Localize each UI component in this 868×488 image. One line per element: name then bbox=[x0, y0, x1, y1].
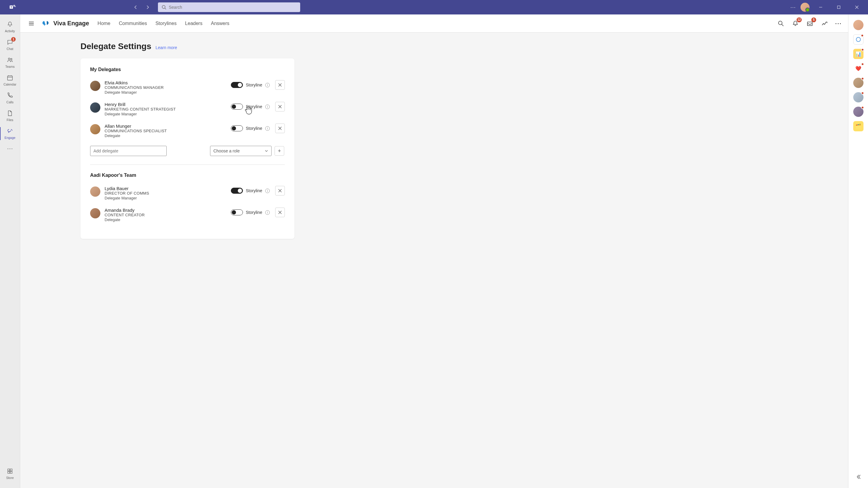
storyline-toggle[interactable] bbox=[231, 188, 243, 194]
avatar bbox=[90, 81, 100, 91]
nav-communities[interactable]: Communities bbox=[119, 21, 147, 26]
minimize-button[interactable] bbox=[814, 0, 828, 14]
rail-label: Calendar bbox=[4, 83, 17, 86]
rail-activity[interactable]: Activity bbox=[0, 18, 20, 36]
analytics-button[interactable] bbox=[820, 20, 828, 27]
app-chart[interactable]: 📊 bbox=[853, 49, 864, 59]
maximize-button[interactable] bbox=[832, 0, 846, 14]
add-delegate-input[interactable] bbox=[90, 146, 167, 156]
contact-avatar[interactable] bbox=[853, 92, 864, 102]
rail-label: Engage bbox=[4, 136, 16, 139]
add-delegate-button[interactable]: + bbox=[275, 146, 284, 156]
header-search-button[interactable] bbox=[777, 20, 785, 27]
rail-calls[interactable]: Calls bbox=[0, 89, 20, 107]
rail-label: Teams bbox=[5, 65, 15, 68]
inbox-badge: 5 bbox=[811, 18, 816, 22]
remove-delegate-button[interactable] bbox=[275, 80, 285, 90]
storyline-toggle[interactable] bbox=[231, 209, 243, 216]
rail-chat[interactable]: 1 Chat bbox=[0, 36, 20, 54]
person-name: Allan Munger bbox=[104, 124, 231, 129]
nav-home[interactable]: Home bbox=[98, 21, 111, 26]
delegate-row: Henry Brill MARKETING CONTENT STRATEGIST… bbox=[90, 99, 285, 121]
rail-files[interactable]: Files bbox=[0, 107, 20, 125]
contact-avatar[interactable] bbox=[853, 20, 864, 30]
remove-delegate-button[interactable] bbox=[275, 102, 285, 111]
learn-more-link[interactable]: Learn more bbox=[156, 45, 177, 50]
info-icon[interactable]: i bbox=[265, 83, 270, 87]
notifications-button[interactable]: 12 bbox=[792, 20, 799, 27]
person-job-title: MARKETING CONTENT STRATEGIST bbox=[104, 107, 231, 111]
avatar bbox=[90, 124, 100, 134]
collapse-rail-button[interactable] bbox=[856, 474, 861, 480]
title-bar: T ⋯ bbox=[0, 0, 868, 14]
role-select-label: Choose a role bbox=[213, 149, 240, 153]
app-tile[interactable]: 🗂️ bbox=[853, 121, 864, 131]
search-box[interactable] bbox=[158, 2, 300, 12]
svg-text:T: T bbox=[10, 6, 12, 9]
header-more-button[interactable]: ⋯ bbox=[835, 20, 842, 27]
delegate-row: Elvia Atkins COMMUNICATIONS MANAGER Dele… bbox=[90, 78, 285, 99]
store-icon bbox=[6, 467, 14, 475]
chat-icon: 1 bbox=[6, 38, 14, 46]
rail-store[interactable]: Store bbox=[0, 465, 20, 483]
delegate-row: Amanda Brady CONTENT CREATOR Delegate St… bbox=[90, 205, 285, 227]
contact-avatar[interactable] bbox=[853, 78, 864, 88]
info-icon[interactable]: i bbox=[265, 126, 270, 131]
close-window-button[interactable] bbox=[850, 0, 864, 14]
inbox-button[interactable]: 5 bbox=[806, 20, 814, 27]
choose-role-select[interactable]: Choose a role bbox=[210, 146, 272, 156]
menu-button[interactable] bbox=[28, 20, 35, 27]
person-name: Amanda Brady bbox=[104, 207, 231, 213]
title-more-button[interactable]: ⋯ bbox=[790, 4, 796, 10]
account-avatar[interactable] bbox=[801, 3, 809, 12]
svg-rect-16 bbox=[8, 469, 10, 471]
chevron-down-icon bbox=[265, 149, 268, 153]
app-favorite[interactable]: ❤️ bbox=[853, 63, 864, 73]
file-icon bbox=[6, 109, 14, 117]
app-rail: Activity 1 Chat Teams Calendar Calls Fil… bbox=[0, 14, 20, 488]
info-icon[interactable]: i bbox=[265, 210, 270, 215]
svg-rect-18 bbox=[8, 471, 10, 473]
rail-calendar[interactable]: Calendar bbox=[0, 71, 20, 89]
engage-icon bbox=[6, 127, 14, 135]
back-button[interactable] bbox=[132, 4, 139, 11]
info-icon[interactable]: i bbox=[265, 189, 270, 193]
rail-label: Calls bbox=[6, 100, 13, 104]
remove-delegate-button[interactable] bbox=[275, 207, 285, 217]
history-nav bbox=[132, 4, 151, 11]
person-job-title: COMMUNICATIONS SPECIALIST bbox=[104, 129, 231, 133]
rail-more-button[interactable]: ⋯ bbox=[7, 145, 13, 152]
storyline-toggle[interactable] bbox=[231, 125, 243, 131]
person-job-title: DIRECTOR OF COMMS bbox=[104, 191, 231, 195]
storyline-toggle[interactable] bbox=[231, 104, 243, 110]
nav-answers[interactable]: Answers bbox=[211, 21, 229, 26]
page-title: Delegate Settings bbox=[81, 41, 151, 51]
nav-leaders[interactable]: Leaders bbox=[185, 21, 203, 26]
storyline-label: Storyline bbox=[246, 126, 262, 131]
svg-point-4 bbox=[162, 5, 165, 8]
rail-label: Activity bbox=[5, 29, 15, 33]
storyline-label: Storyline bbox=[246, 83, 262, 87]
contact-avatar[interactable] bbox=[853, 107, 864, 117]
rail-engage[interactable]: Engage bbox=[0, 125, 20, 142]
storyline-label: Storyline bbox=[246, 188, 262, 193]
rail-teams[interactable]: Teams bbox=[0, 54, 20, 71]
info-icon[interactable]: i bbox=[265, 104, 270, 109]
delegates-card: My Delegates Elvia Atkins COMMUNICATIONS… bbox=[81, 59, 294, 239]
section-my-delegates: My Delegates bbox=[90, 67, 285, 72]
people-icon bbox=[6, 56, 14, 64]
forward-button[interactable] bbox=[144, 4, 151, 11]
person-delegate-role: Delegate Manager bbox=[104, 196, 231, 200]
storyline-toggle[interactable] bbox=[231, 82, 243, 88]
remove-delegate-button[interactable] bbox=[275, 186, 285, 195]
nav-storylines[interactable]: Storylines bbox=[156, 21, 177, 26]
search-input[interactable] bbox=[169, 5, 297, 10]
remove-delegate-button[interactable] bbox=[275, 124, 285, 133]
svg-rect-17 bbox=[10, 469, 12, 471]
person-job-title: CONTENT CREATOR bbox=[104, 213, 231, 217]
person-name: Elvia Atkins bbox=[104, 80, 231, 85]
person-name: Henry Brill bbox=[104, 102, 231, 107]
rail-label: Chat bbox=[7, 47, 13, 51]
app-copilot[interactable] bbox=[853, 34, 864, 44]
section-team: Aadi Kapoor's Team bbox=[90, 173, 285, 178]
